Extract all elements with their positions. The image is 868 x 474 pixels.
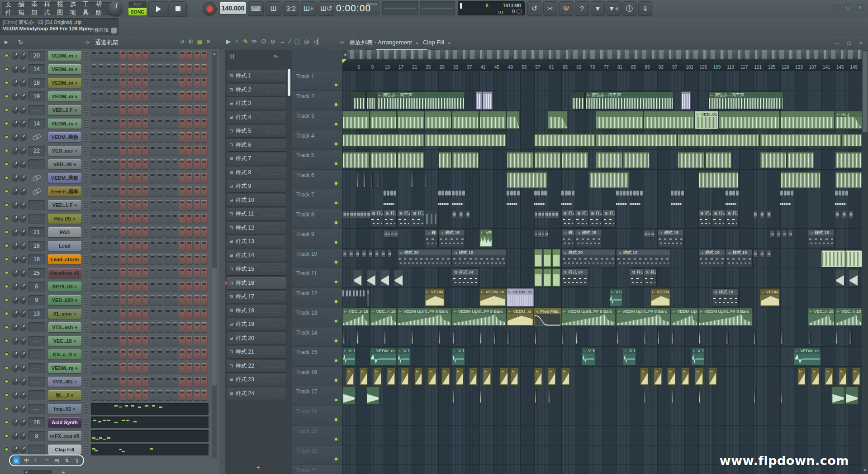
step-button[interactable] (186, 105, 192, 115)
playlist-clip[interactable] (370, 172, 373, 188)
step-button[interactable] (186, 64, 192, 74)
step-button[interactable] (91, 322, 97, 332)
track-enable-led[interactable] (334, 102, 338, 107)
scroll-left-icon[interactable]: ◀ (342, 50, 347, 59)
channel-volume-knob[interactable] (19, 283, 26, 290)
step-button[interactable] (120, 91, 126, 101)
channel-target-number[interactable]: 18 (28, 254, 45, 264)
step-button[interactable] (98, 51, 104, 61)
playlist-clip[interactable] (425, 210, 438, 228)
menu-item[interactable]: 添加 (31, 0, 40, 17)
scroll-down-icon[interactable]: ▼ (862, 468, 868, 473)
step-button[interactable] (194, 146, 200, 156)
channel-target-number[interactable]: --- (28, 105, 45, 115)
step-button[interactable] (142, 227, 148, 237)
menu-item[interactable]: 选项 (70, 0, 79, 17)
step-button[interactable] (113, 78, 119, 88)
playlist-clip[interactable]: ヨ (782, 230, 787, 238)
channel-led[interactable] (5, 216, 9, 220)
channel-target-number[interactable]: --- (28, 159, 45, 169)
channel-led[interactable] (5, 434, 9, 438)
step-button[interactable] (135, 227, 141, 237)
step-button[interactable] (128, 295, 133, 305)
channel-pan-knob[interactable] (12, 269, 19, 276)
step-button[interactable] (120, 254, 126, 264)
step-button[interactable] (179, 241, 185, 251)
step-button[interactable] (150, 390, 156, 400)
track-header[interactable]: Track 9... (292, 229, 342, 249)
channel-pan-knob[interactable] (12, 79, 19, 86)
track-options[interactable]: ... (296, 399, 301, 404)
playlist-clip[interactable]: ⊢VEDM..rs (507, 308, 534, 326)
track-options[interactable]: ... (296, 301, 301, 305)
pattern-item[interactable]: ヨ样式 1 (227, 70, 286, 82)
playlist-clip[interactable]: ヨ样式 11 (698, 210, 711, 228)
playlist-clip[interactable] (342, 290, 344, 297)
playlist-clip[interactable] (657, 330, 660, 345)
track-header[interactable]: Track 11... (292, 268, 342, 288)
countin-icon[interactable]: Ш+ (301, 1, 317, 15)
track-name[interactable]: Track 5 (296, 152, 314, 158)
graph-icon[interactable]: ılı (189, 38, 193, 45)
channel-button[interactable]: Imp..02⧺ (48, 404, 81, 414)
main-volume-knob[interactable] (109, 1, 123, 15)
step-button[interactable] (172, 227, 178, 237)
typing-keyboard-icon[interactable]: ⌨ (248, 1, 264, 15)
channel-button[interactable]: VED..40⧺ (48, 159, 81, 169)
step-button[interactable] (201, 309, 207, 319)
channel-led[interactable] (5, 230, 9, 234)
step-button[interactable] (165, 268, 171, 278)
night-icon[interactable]: ☾ (33, 456, 40, 464)
step-button[interactable] (157, 91, 163, 101)
channel-button[interactable]: VEDM..m⧺ (48, 91, 81, 101)
playlist-clip[interactable] (552, 249, 560, 267)
channel-led[interactable] (5, 366, 9, 370)
step-button[interactable] (165, 295, 171, 305)
playlist-clip[interactable]: ⊢V..h (452, 347, 465, 365)
step-button[interactable] (179, 187, 185, 196)
playlist-clip[interactable]: ⊢ (534, 368, 543, 385)
step-button[interactable] (120, 159, 126, 169)
step-button[interactable] (106, 227, 112, 237)
scroll-up-icon[interactable]: ▲ (212, 52, 217, 56)
playlist-clip[interactable] (349, 290, 351, 297)
step-button[interactable] (201, 268, 207, 278)
step-button[interactable] (194, 64, 200, 74)
channel-target-number[interactable]: --- (28, 336, 45, 346)
channel-pan-knob[interactable] (12, 297, 19, 303)
track-lane[interactable]: ⊢VED..01 F⊢HI..] (342, 110, 868, 130)
step-button[interactable] (120, 173, 126, 183)
channel-pan-knob[interactable] (12, 66, 19, 72)
playlist-clip[interactable] (425, 134, 507, 147)
track-enable-led[interactable] (334, 359, 338, 363)
playlist-clip[interactable]: ヨ样式 13 (370, 210, 383, 228)
step-button[interactable] (113, 282, 119, 292)
step-button[interactable] (172, 350, 178, 359)
step-button[interactable] (91, 64, 97, 74)
step-button[interactable] (194, 363, 200, 373)
step-button[interactable] (179, 295, 185, 305)
step-button[interactable] (128, 254, 133, 264)
playlist-clip[interactable] (644, 330, 647, 345)
playlist-clip[interactable] (370, 111, 397, 129)
track-options[interactable]: ... (296, 321, 301, 325)
playlist-clip[interactable] (380, 270, 390, 287)
step-button[interactable] (128, 350, 133, 359)
clip-group[interactable] (438, 190, 452, 208)
track-header[interactable]: Track 6... (292, 170, 342, 190)
playlist-clip[interactable]: ヨ样式 19 (726, 249, 753, 267)
steps-icon[interactable]: ▦ (197, 38, 202, 45)
track-header[interactable]: Track 7... (292, 189, 342, 209)
step-button[interactable] (98, 200, 104, 210)
step-button[interactable] (179, 336, 185, 346)
rack-hscrollbar[interactable]: ◀ (24, 470, 52, 474)
add-pattern-item-button[interactable]: + (256, 464, 260, 471)
playlist-clip[interactable]: ⊢ (483, 368, 491, 385)
pattern-item[interactable]: ヨ样式 17 (227, 291, 286, 303)
track-options[interactable]: ... (296, 419, 301, 423)
playlist-clip[interactable] (534, 152, 561, 168)
playlist-scroll-thumb[interactable] (863, 51, 868, 132)
step-button[interactable] (91, 254, 97, 264)
track-name[interactable]: Track 21 (296, 467, 317, 474)
playlist-clip[interactable]: ヨ (767, 250, 771, 258)
